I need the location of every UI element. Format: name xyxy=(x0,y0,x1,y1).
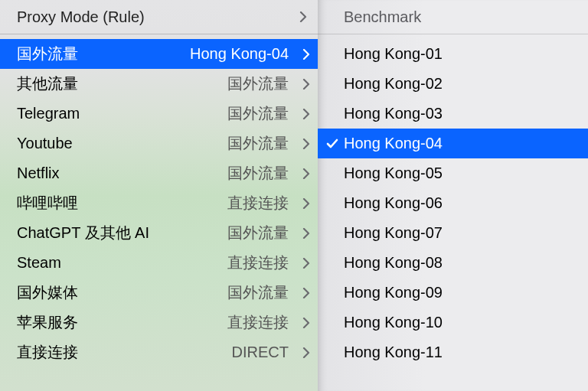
server-item[interactable]: Hong Kong-02 xyxy=(318,69,588,99)
rule-item[interactable]: ChatGPT 及其他 AI国外流量 xyxy=(0,218,318,248)
rule-name: 国外媒体 xyxy=(17,282,227,303)
rule-list: 国外流量Hong Kong-04其他流量国外流量Telegram国外流量Yout… xyxy=(0,39,318,367)
rule-item[interactable]: 苹果服务直接连接 xyxy=(0,308,318,337)
chevron-right-icon xyxy=(296,109,310,119)
rules-panel: Proxy Mode (Rule) 国外流量Hong Kong-04其他流量国外… xyxy=(0,0,318,391)
rule-name: Telegram xyxy=(17,105,227,122)
rule-name: Steam xyxy=(17,254,227,272)
server-name: Hong Kong-01 xyxy=(344,45,443,63)
chevron-right-icon xyxy=(296,258,310,269)
server-item[interactable]: Hong Kong-10 xyxy=(318,308,588,337)
server-item[interactable]: Hong Kong-08 xyxy=(318,248,588,278)
rule-value: 国外流量 xyxy=(227,282,289,303)
rule-name: Youtube xyxy=(17,135,227,152)
server-item[interactable]: Hong Kong-06 xyxy=(318,188,588,218)
rule-item[interactable]: 哔哩哔哩直接连接 xyxy=(0,188,318,218)
check-icon xyxy=(325,137,339,151)
rule-name: ChatGPT 及其他 AI xyxy=(17,223,227,243)
rule-name: 苹果服务 xyxy=(17,312,227,333)
rule-value: DIRECT xyxy=(232,344,289,361)
rule-value: 国外流量 xyxy=(227,133,289,154)
server-item[interactable]: Hong Kong-11 xyxy=(318,337,588,367)
chevron-right-icon xyxy=(296,138,310,149)
server-name: Hong Kong-03 xyxy=(344,105,443,122)
server-name: Hong Kong-07 xyxy=(344,224,443,242)
server-item[interactable]: Hong Kong-04 xyxy=(318,129,588,158)
server-item[interactable]: Hong Kong-05 xyxy=(318,158,588,188)
rule-item[interactable]: 其他流量国外流量 xyxy=(0,69,318,99)
rule-item[interactable]: Steam直接连接 xyxy=(0,248,318,278)
chevron-right-icon xyxy=(296,318,310,328)
rule-value: 国外流量 xyxy=(227,223,289,243)
rule-name: 国外流量 xyxy=(17,44,190,64)
chevron-right-icon xyxy=(296,49,310,60)
server-name: Hong Kong-02 xyxy=(344,75,443,93)
rule-value: 直接连接 xyxy=(227,253,289,273)
server-name: Hong Kong-06 xyxy=(344,194,443,212)
chevron-right-icon xyxy=(296,79,310,90)
chevron-right-icon xyxy=(296,198,310,209)
chevron-right-icon xyxy=(299,11,310,22)
chevron-right-icon xyxy=(296,228,310,239)
server-item[interactable]: Hong Kong-03 xyxy=(318,99,588,129)
rule-item[interactable]: Youtube国外流量 xyxy=(0,129,318,158)
server-list: Hong Kong-01Hong Kong-02Hong Kong-03Hong… xyxy=(318,39,588,367)
rule-item[interactable]: 国外流量Hong Kong-04 xyxy=(0,39,318,69)
server-name: Hong Kong-10 xyxy=(344,314,443,331)
rule-value: 国外流量 xyxy=(227,103,289,124)
rule-value: 直接连接 xyxy=(227,193,289,213)
rule-value: 国外流量 xyxy=(227,163,289,184)
server-name: Hong Kong-08 xyxy=(344,254,443,272)
server-name: Hong Kong-05 xyxy=(344,165,443,182)
server-item[interactable]: Hong Kong-09 xyxy=(318,278,588,308)
server-item[interactable]: Hong Kong-01 xyxy=(318,39,588,69)
rule-name: 哔哩哔哩 xyxy=(17,193,227,213)
server-name: Hong Kong-11 xyxy=(344,344,443,361)
divider xyxy=(0,34,318,34)
rule-value: 国外流量 xyxy=(227,73,289,94)
chevron-right-icon xyxy=(296,168,310,179)
rule-name: 其他流量 xyxy=(17,73,227,94)
rule-value: 直接连接 xyxy=(227,312,289,333)
rule-item[interactable]: 直接连接DIRECT xyxy=(0,337,318,367)
rule-item[interactable]: Netflix国外流量 xyxy=(0,158,318,188)
benchmark-header[interactable]: Benchmark xyxy=(318,0,588,34)
rule-name: 直接连接 xyxy=(17,342,232,363)
server-item[interactable]: Hong Kong-07 xyxy=(318,218,588,248)
chevron-right-icon xyxy=(296,288,310,298)
server-name: Hong Kong-09 xyxy=(344,284,443,301)
proxy-mode-title: Proxy Mode (Rule) xyxy=(17,8,299,26)
chevron-right-icon xyxy=(296,347,310,358)
rule-value: Hong Kong-04 xyxy=(190,45,289,63)
proxy-mode-header[interactable]: Proxy Mode (Rule) xyxy=(0,0,318,34)
rule-item[interactable]: 国外媒体国外流量 xyxy=(0,278,318,308)
divider xyxy=(318,34,588,34)
servers-panel: Benchmark Hong Kong-01Hong Kong-02Hong K… xyxy=(318,0,588,391)
server-name: Hong Kong-04 xyxy=(344,135,443,152)
rule-item[interactable]: Telegram国外流量 xyxy=(0,99,318,129)
benchmark-title: Benchmark xyxy=(344,8,421,26)
rule-name: Netflix xyxy=(17,165,227,182)
